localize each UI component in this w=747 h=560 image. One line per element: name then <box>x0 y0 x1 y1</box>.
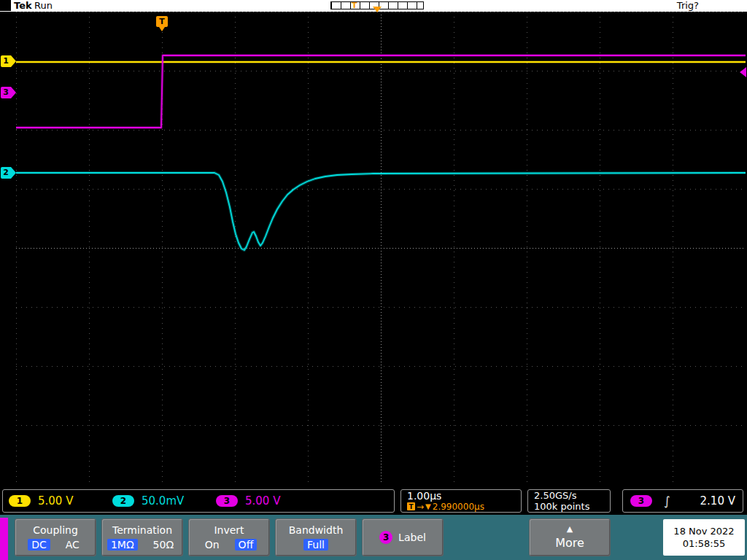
ch3-marker-arrow-icon <box>11 87 16 98</box>
delay-pointer-icon: ▼ <box>425 502 431 512</box>
time-value: 01:58:55 <box>683 537 725 550</box>
label-channel-badge: 3 <box>379 531 392 544</box>
trigger-t-icon: T <box>407 502 415 510</box>
invert-off-option[interactable]: Off <box>235 539 258 551</box>
ch3-marker-label: 3 <box>1 87 11 98</box>
up-arrow-icon: ▲ <box>567 526 573 533</box>
date-value: 18 Nov 2022 <box>673 525 734 537</box>
ch2-scale-value: 50.0mV <box>142 494 184 508</box>
ch3-position-marker[interactable]: 3 <box>1 87 16 98</box>
trigger-position-flag[interactable]: T <box>156 16 168 27</box>
ch1-marker-arrow-icon <box>11 55 16 67</box>
label-button[interactable]: 3 Label <box>362 518 444 556</box>
graticule-and-traces <box>16 12 746 484</box>
ch1-scale-value: 5.00 V <box>38 494 73 508</box>
ch1-scale-readout: 1 5.00 V <box>9 494 112 508</box>
label-title: Label <box>398 532 426 543</box>
ch3-badge: 3 <box>216 495 238 507</box>
coupling-button[interactable]: Coupling DC AC <box>15 518 96 556</box>
coupling-dc-option[interactable]: DC <box>28 539 50 551</box>
readout-bar: 1 5.00 V 2 50.0mV 3 5.00 V 1.00µs T → ▼ … <box>0 487 747 515</box>
trigger-level-value: 2.10 V <box>700 494 735 508</box>
channel-scale-readouts: 1 5.00 V 2 50.0mV 3 5.00 V <box>2 489 395 513</box>
ch2-position-marker[interactable]: 2 <box>1 167 16 179</box>
termination-button[interactable]: Termination 1MΩ 50Ω <box>101 518 183 556</box>
invert-title: Invert <box>214 524 244 536</box>
record-trigger-marker: T <box>352 1 357 10</box>
more-button[interactable]: ▲ More <box>529 518 611 556</box>
trigger-readout: 3 ∫ 2.10 V <box>622 489 743 513</box>
acquisition-status: Run <box>34 0 53 12</box>
record-length-value: 100k points <box>534 501 589 512</box>
tek-logo: Tek <box>14 0 32 12</box>
termination-1mohm-option[interactable]: 1MΩ <box>107 539 138 551</box>
trigger-source-badge: 3 <box>630 495 652 507</box>
oscilloscope-screen: Tek Run T Trig? 1 3 2 T 1 <box>0 0 747 560</box>
acquisition-readout: 2.50GS/s 100k points <box>527 489 611 513</box>
delay-readout: T → ▼ 2.990000µs <box>407 502 484 512</box>
termination-title: Termination <box>112 524 172 536</box>
rising-edge-icon: ∫ <box>664 494 670 508</box>
date-time-display: 18 Nov 2022 01:58:55 <box>663 519 745 556</box>
top-bar: Tek Run T Trig? <box>0 0 747 12</box>
invert-button[interactable]: Invert On Off <box>188 518 270 556</box>
delay-arrow-icon: → <box>417 502 424 512</box>
termination-50ohm-option[interactable]: 50Ω <box>150 539 178 551</box>
horizontal-readout: 1.00µs T → ▼ 2.990000µs <box>400 489 522 513</box>
ch1-position-marker[interactable]: 1 <box>1 55 16 67</box>
sample-rate-value: 2.50GS/s <box>534 490 576 501</box>
more-title: More <box>555 536 584 550</box>
trigger-flag-pointer-icon <box>159 27 165 31</box>
ch1-badge: 1 <box>9 495 31 507</box>
bandwidth-full-option[interactable]: Full <box>303 539 328 551</box>
trigger-status: Trig? <box>677 0 699 12</box>
softkey-menu-bar: Coupling DC AC Termination 1MΩ 50Ω Inver… <box>0 515 747 560</box>
invert-on-option[interactable]: On <box>201 539 223 551</box>
coupling-title: Coupling <box>33 524 78 536</box>
ch3-scale-readout: 3 5.00 V <box>216 494 320 508</box>
trigger-flag-label: T <box>159 17 165 26</box>
trigger-level-arrow-icon[interactable] <box>740 67 746 77</box>
ch2-marker-label: 2 <box>1 167 11 179</box>
ch1-marker-label: 1 <box>1 55 11 67</box>
coupling-ac-option[interactable]: AC <box>62 539 83 551</box>
timebase-value: 1.00µs <box>407 491 441 502</box>
bandwidth-title: Bandwidth <box>289 524 344 536</box>
waveform-display: 1 3 2 T <box>0 12 747 487</box>
ch2-scale-readout: 2 50.0mV <box>112 494 216 508</box>
expansion-point-icon <box>373 7 382 12</box>
ch3-scale-value: 5.00 V <box>245 494 280 508</box>
tek-logo-block <box>0 0 11 11</box>
delay-value: 2.990000µs <box>433 502 484 512</box>
ch3-menu-color-tab <box>0 518 8 560</box>
ch2-marker-arrow-icon <box>11 167 16 179</box>
ch2-badge: 2 <box>112 495 134 507</box>
bandwidth-button[interactable]: Bandwidth Full <box>275 518 357 556</box>
